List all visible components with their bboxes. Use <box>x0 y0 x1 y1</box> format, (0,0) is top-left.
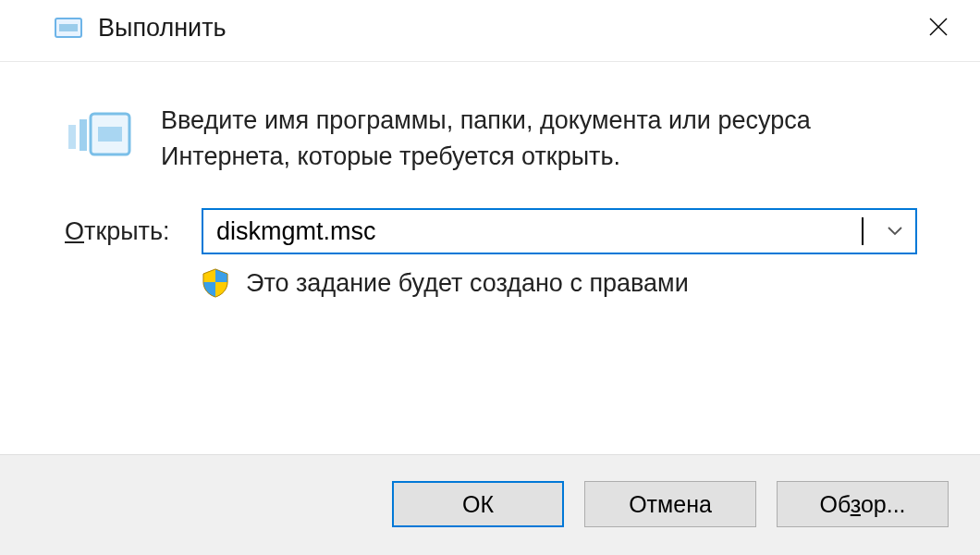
prompt-text: Введите имя программы, папки, документа … <box>161 99 917 175</box>
browse-accel: з <box>851 491 861 517</box>
dialog-title: Выполнить <box>98 14 227 43</box>
open-label: Открыть: <box>63 217 183 246</box>
open-input[interactable] <box>203 214 875 250</box>
chevron-down-icon[interactable] <box>875 227 915 236</box>
open-combobox[interactable] <box>202 208 917 254</box>
dialog-content: Введите имя программы, папки, документа … <box>0 62 980 454</box>
admin-note-text: Это задание будет создано с правами <box>246 269 689 298</box>
run-dialog: Выполнить Введите имя програм <box>0 0 980 555</box>
close-button[interactable] <box>921 14 956 42</box>
prompt-row: Введите имя программы, папки, документа … <box>63 99 917 175</box>
svg-rect-4 <box>68 125 76 149</box>
button-bar: ОК Отмена Обзор... <box>0 454 980 555</box>
titlebar-left: Выполнить <box>52 11 227 44</box>
ok-button[interactable]: ОК <box>392 481 564 527</box>
titlebar: Выполнить <box>0 0 980 62</box>
browse-post: ор... <box>861 491 906 517</box>
admin-row: Это задание будет создано с правами <box>63 267 917 299</box>
run-title-icon <box>52 11 85 44</box>
input-row: Открыть: <box>63 208 917 254</box>
svg-rect-7 <box>98 127 122 142</box>
browse-pre: Об <box>819 491 850 517</box>
open-label-post: ткрыть: <box>84 217 170 245</box>
run-icon <box>63 99 135 164</box>
browse-button[interactable]: Обзор... <box>777 481 949 527</box>
open-label-accel: О <box>65 217 84 245</box>
cancel-button[interactable]: Отмена <box>584 481 756 527</box>
svg-rect-1 <box>59 24 78 31</box>
svg-rect-5 <box>80 119 87 151</box>
shield-icon <box>200 267 231 299</box>
